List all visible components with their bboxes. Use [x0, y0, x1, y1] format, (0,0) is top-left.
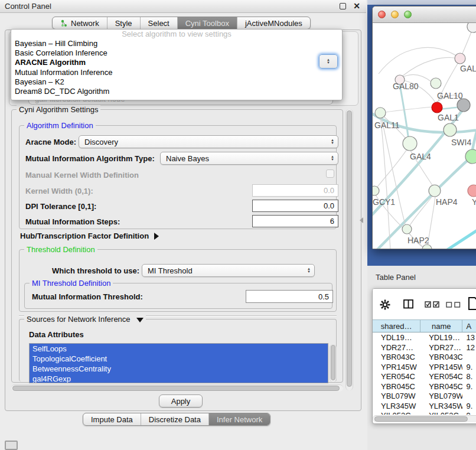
node-gray[interactable]: [457, 99, 470, 112]
list-scrollbar-thumb[interactable]: [331, 345, 335, 380]
algorithm-combo-stepper[interactable]: ▲▼: [319, 54, 338, 69]
cell[interactable]: [462, 353, 476, 363]
cell[interactable]: 9.: [462, 411, 476, 415]
minimize-traffic-light[interactable]: [391, 11, 399, 18]
which-threshold-combo[interactable]: MI Threshold ▲▼: [142, 264, 315, 277]
cell[interactable]: YDL19…: [373, 333, 420, 343]
cell[interactable]: YBR043C: [420, 353, 462, 363]
tab-select[interactable]: Select: [140, 17, 177, 29]
minimized-panel-icon[interactable]: [5, 441, 18, 450]
network-window-titlebar[interactable]: [373, 6, 476, 23]
cell[interactable]: YIL052C: [373, 411, 420, 415]
table-row[interactable]: YBR045C YBR045C 9.: [373, 382, 476, 392]
list-item[interactable]: gal4RGexp: [30, 374, 328, 383]
settings-vertical-scrollbar-thumb[interactable]: [347, 110, 352, 387]
cell[interactable]: YPR145W: [420, 363, 462, 373]
cell[interactable]: 9.: [462, 402, 476, 412]
cell[interactable]: YER054C: [420, 372, 462, 382]
control-panel-titlebar[interactable]: Control Panel ✕: [0, 0, 366, 13]
column-header-partial[interactable]: A: [462, 320, 476, 332]
panel-divider-handle[interactable]: [360, 217, 364, 223]
mi-threshold-field[interactable]: 0.5: [246, 290, 333, 303]
tab-discretize-data[interactable]: Discretize Data: [141, 413, 208, 425]
tab-impute-data[interactable]: Impute Data: [83, 413, 141, 425]
dropdown-item[interactable]: Bayesian – Hill Climbing: [11, 39, 342, 48]
tab-style[interactable]: Style: [107, 17, 140, 29]
close-icon[interactable]: ✕: [353, 1, 360, 11]
node-hap2[interactable]: [402, 224, 412, 234]
table-row[interactable]: YDL19… YDL19… 13: [373, 333, 476, 343]
list-item[interactable]: TopologicalCoefficient: [30, 354, 328, 364]
cell[interactable]: 12: [462, 343, 476, 353]
table-horizontal-scrollbar-thumb[interactable]: [374, 416, 468, 422]
float-window-icon[interactable]: [340, 3, 346, 9]
column-header-name[interactable]: name: [420, 320, 462, 332]
gear-icon[interactable]: [380, 299, 390, 310]
node-swi4[interactable]: [444, 123, 457, 136]
hub-definition-expander[interactable]: Hub/Transcription Factor Definition: [20, 231, 159, 240]
cell[interactable]: YLR345W: [420, 402, 462, 412]
node-gal-pink[interactable]: [455, 53, 465, 64]
column-header-shared-name[interactable]: shared…: [373, 320, 420, 332]
sources-title[interactable]: Sources for Network Inference: [24, 315, 146, 324]
cell[interactable]: 9.: [462, 382, 476, 392]
cell[interactable]: YBR045C: [373, 382, 420, 392]
node-gal4[interactable]: [403, 136, 417, 151]
dropdown-item[interactable]: Basic Correlation Inference: [11, 48, 342, 58]
cell[interactable]: YBL079W: [373, 392, 420, 402]
document-icon[interactable]: [468, 297, 476, 310]
manual-kernel-checkbox[interactable]: [326, 169, 334, 178]
cell[interactable]: 8.: [462, 372, 476, 382]
close-traffic-light[interactable]: [378, 11, 386, 18]
node-bright-green[interactable]: [465, 149, 476, 164]
table-row[interactable]: YBL079W YBL079W: [373, 392, 476, 402]
table-row[interactable]: YDR27… YDR27… 12: [373, 343, 476, 353]
cell[interactable]: 9.: [462, 363, 476, 373]
dropdown-item[interactable]: Mutual Information Inference: [11, 68, 342, 77]
cell[interactable]: YDR27…: [373, 343, 420, 353]
dropdown-item[interactable]: Bayesian – K2: [11, 77, 342, 87]
cell[interactable]: YBR043C: [373, 353, 420, 363]
table-row[interactable]: YIL052C YIL052C 9.: [373, 411, 476, 415]
node-bottom[interactable]: [422, 244, 432, 249]
aracne-mode-combo[interactable]: Discovery ▲▼: [79, 135, 338, 148]
node-gal1-red[interactable]: [432, 102, 442, 113]
tab-infer-network[interactable]: Infer Network: [208, 413, 270, 425]
list-item[interactable]: SelfLoops: [30, 344, 328, 354]
mi-type-combo[interactable]: Naive Bayes ▲▼: [160, 152, 338, 165]
settings-horizontal-scrollbar-thumb[interactable]: [12, 386, 340, 391]
network-canvas[interactable]: GAL GAL80 GAL10 GAL1 SWI4 GAL11 GAL4 GCY…: [373, 23, 476, 249]
columns-icon[interactable]: [403, 299, 414, 309]
tab-cyni-toolbox[interactable]: Cyni Toolbox: [177, 17, 237, 29]
node-gal10[interactable]: [431, 78, 441, 89]
node-corner[interactable]: [467, 23, 476, 32]
cell[interactable]: [462, 392, 476, 402]
cell[interactable]: YLR345W: [373, 402, 420, 412]
dropdown-item-selected[interactable]: ARACNE Algorithm: [11, 58, 342, 67]
cell[interactable]: YIL052C: [420, 411, 462, 415]
node-hap4[interactable]: [429, 185, 441, 197]
list-item[interactable]: BetweennessCentrality: [30, 364, 328, 374]
cell[interactable]: YDR27…: [420, 343, 462, 353]
table-row[interactable]: YBR043C YBR043C: [373, 353, 476, 363]
cell[interactable]: YPR145W: [373, 363, 420, 373]
table-row[interactable]: YLR345W YLR345W 9.: [373, 402, 476, 412]
apply-button[interactable]: Apply: [159, 394, 203, 407]
cell[interactable]: YBL079W: [420, 392, 462, 402]
cell[interactable]: YDL19…: [420, 333, 462, 343]
zoom-traffic-light[interactable]: [404, 11, 412, 18]
table-row[interactable]: YPR145W YPR145W 9.: [373, 363, 476, 373]
hide-columns-unchecked-icon[interactable]: [446, 302, 461, 308]
kernel-width-field[interactable]: 0.0: [252, 184, 338, 197]
cell[interactable]: YER054C: [373, 372, 420, 382]
tab-network[interactable]: Network: [53, 17, 107, 29]
table-row[interactable]: YER054C YER054C 8.: [373, 372, 476, 382]
dropdown-item[interactable]: Dream8 DC_TDC Algorithm: [11, 87, 342, 96]
dpi-tolerance-field[interactable]: 0.0: [252, 200, 338, 212]
cell[interactable]: 13: [462, 333, 476, 343]
mi-steps-field[interactable]: 6: [252, 215, 338, 227]
node-gcy1[interactable]: [373, 186, 379, 195]
cell[interactable]: YBR045C: [420, 382, 462, 392]
node-salmon[interactable]: [468, 185, 476, 197]
show-columns-checked-icon[interactable]: [425, 301, 440, 308]
